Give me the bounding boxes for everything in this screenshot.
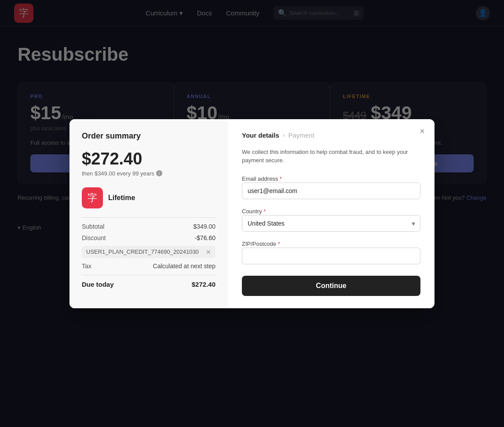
product-row: 字 Lifetime [82,187,215,208]
email-field[interactable] [242,182,420,199]
product-name: Lifetime [108,194,135,202]
modal-overlay: Order summary $272.40 then $349.00 every… [0,0,504,427]
steps-row: Your details › Payment [242,131,420,139]
tax-line: Tax Calculated at next step [82,263,215,270]
fraud-note: We collect this information to help comb… [242,148,420,165]
order-summary-title: Order summary [82,131,215,141]
country-select-wrapper: United States United Kingdom Canada Aust… [242,215,420,232]
continue-button[interactable]: Continue [242,276,420,296]
close-button[interactable]: × [416,125,428,138]
due-today-line: Due today $272.40 [82,281,215,288]
coupon-code: USER1_PLAN_CREDIT_774690_20241030 [86,248,199,255]
details-panel: × Your details › Payment We collect this… [228,119,435,308]
step-arrow: › [283,131,285,139]
summary-divider-2 [82,275,215,275]
discount-line: Discount -$76.60 [82,234,215,241]
email-required-star: * [280,175,282,182]
order-modal: Order summary $272.40 then $349.00 every… [69,119,435,308]
order-then: then $349.00 every 99 years i [82,170,215,177]
remove-coupon-button[interactable]: ✕ [206,248,211,255]
info-icon[interactable]: i [156,170,162,176]
step-payment: Payment [288,131,314,139]
summary-divider [82,217,215,218]
subtotal-line: Subtotal $349.00 [82,223,215,230]
country-label: Country * [242,208,266,215]
zip-required-star: * [278,241,280,247]
zip-label: ZIP/Postcode * [242,241,280,247]
step-your-details: Your details [242,131,279,139]
country-required-star: * [263,208,266,215]
zip-field[interactable] [242,248,420,264]
email-label: Email address * [242,175,282,182]
product-logo: 字 [82,187,103,208]
order-amount: $272.40 [82,150,215,168]
coupon-row: USER1_PLAN_CREDIT_774690_20241030 ✕ [82,246,215,258]
country-select[interactable]: United States United Kingdom Canada Aust… [242,215,420,232]
order-summary-panel: Order summary $272.40 then $349.00 every… [69,119,228,308]
